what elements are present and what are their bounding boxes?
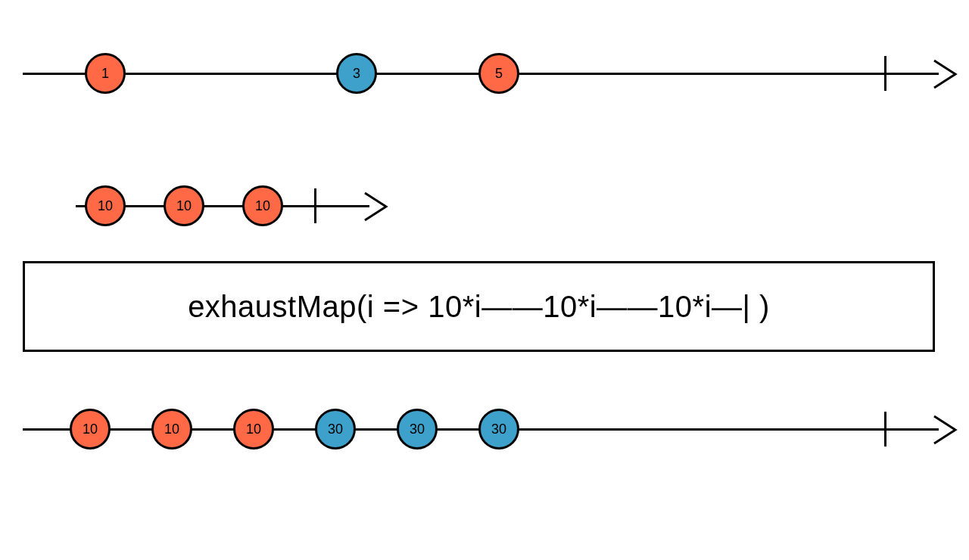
input-complete-tick: [884, 56, 886, 91]
marble-label: 10: [164, 422, 179, 437]
inner-arrowhead: [363, 191, 389, 222]
marble-label: 3: [353, 66, 360, 82]
output-marble-2: 10: [151, 409, 192, 450]
input-marble-3: 3: [336, 53, 377, 94]
output-marble-6: 30: [478, 409, 519, 450]
inner-marble-a: 10: [85, 185, 126, 226]
input-marble-1: 1: [85, 53, 126, 94]
input-marble-5: 5: [478, 53, 519, 94]
marble-label: 10: [98, 198, 113, 214]
marble-label: 10: [255, 198, 270, 214]
marble-label: 1: [101, 66, 109, 82]
marble-label: 10: [246, 422, 261, 437]
inner-marble-c: 10: [242, 185, 283, 226]
marble-label: 30: [328, 422, 343, 437]
output-marble-5: 30: [397, 409, 438, 450]
output-marble-1: 10: [70, 409, 111, 450]
operator-box: exhaustMap(i => 10*i——10*i——10*i—| ): [23, 261, 935, 352]
inner-complete-tick: [314, 188, 316, 223]
inner-marble-b: 10: [164, 185, 204, 226]
marble-label: 10: [83, 422, 98, 437]
marble-label: 30: [410, 422, 425, 437]
marble-diagram: 1 3 5 10 10 10 exhaustMap(i => 10*i——10*…: [0, 0, 969, 560]
input-arrowhead: [933, 59, 958, 89]
output-arrowhead: [933, 415, 958, 445]
marble-label: 5: [495, 66, 503, 82]
output-complete-tick: [884, 412, 886, 446]
marble-label: 30: [491, 422, 506, 437]
output-marble-3: 10: [233, 409, 274, 450]
operator-label: exhaustMap(i => 10*i——10*i——10*i—| ): [188, 290, 770, 324]
marble-label: 10: [176, 198, 192, 214]
output-marble-4: 30: [315, 409, 356, 450]
